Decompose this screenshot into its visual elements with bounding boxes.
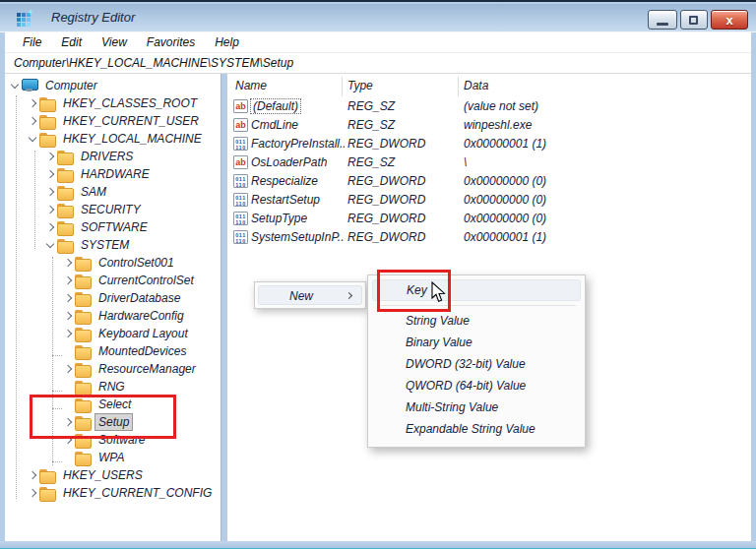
submenu-item-string-value[interactable]: String Value bbox=[372, 310, 581, 332]
context-menu-item-new[interactable]: New bbox=[258, 285, 362, 305]
titlebar[interactable]: Registry Editor x bbox=[0, 4, 756, 32]
submenu-item-multi-string-value[interactable]: Multi-String Value bbox=[372, 396, 581, 418]
cursor-icon bbox=[430, 281, 447, 304]
value-type: REG_DWORD bbox=[347, 137, 425, 151]
tree-expand-icon[interactable] bbox=[26, 468, 39, 482]
registry-value-row-factorypreinstall[interactable]: 011110 FactoryPreInstall... REG_DWORD 0x… bbox=[227, 135, 752, 153]
tree-item-hkey-classes-root[interactable]: HKEY_CLASSES_ROOT bbox=[5, 94, 221, 112]
tree-expand-icon[interactable] bbox=[43, 220, 57, 234]
value-type: REG_DWORD bbox=[347, 174, 425, 188]
tree-item-label: ResourceManager bbox=[94, 360, 200, 378]
tree-item-software[interactable]: SOFTWARE bbox=[5, 218, 221, 236]
value-data: 0x00000000 (0) bbox=[464, 212, 546, 225]
tree-item-wpa[interactable]: WPA bbox=[5, 449, 221, 466]
tree-item-hkey-current-user[interactable]: HKEY_CURRENT_USER bbox=[5, 112, 221, 130]
value-data: 0x00000000 (0) bbox=[464, 193, 546, 207]
folder-icon bbox=[57, 186, 73, 199]
folder-icon bbox=[75, 274, 91, 287]
tree-item-drivers[interactable]: DRIVERS bbox=[5, 148, 221, 165]
tree-expand-icon[interactable] bbox=[61, 380, 75, 394]
tree-item-resourcemanager[interactable]: ResourceManager bbox=[5, 360, 221, 378]
column-divider[interactable] bbox=[342, 77, 343, 96]
tree-item-rng[interactable]: RNG bbox=[5, 378, 221, 396]
tree-expand-icon[interactable] bbox=[61, 291, 75, 305]
tree-item-label: SECURITY bbox=[77, 201, 145, 218]
folder-icon bbox=[75, 310, 91, 323]
tree-item-label: MountedDevices bbox=[94, 342, 190, 360]
submenu-item-expandable-string-value[interactable]: Expandable String Value bbox=[372, 418, 581, 440]
tree-expand-icon[interactable] bbox=[26, 486, 39, 500]
value-name: SetupType bbox=[251, 212, 307, 225]
tree-expand-icon[interactable] bbox=[43, 167, 57, 181]
close-button[interactable]: x bbox=[711, 10, 748, 30]
tree-expand-icon[interactable] bbox=[61, 327, 75, 340]
value-type: REG_SZ bbox=[347, 99, 395, 113]
tree-item-hardwareconfig[interactable]: HardwareConfig bbox=[5, 307, 221, 325]
column-header-name[interactable]: Name bbox=[235, 79, 267, 92]
minimize-button[interactable] bbox=[648, 10, 677, 30]
addressbar[interactable]: Computer\HKEY_LOCAL_MACHINE\SYSTEM\Setup bbox=[5, 53, 751, 74]
tree-item-label: ControlSet001 bbox=[94, 254, 178, 272]
registry-value-row-respecialize[interactable]: 011110 Respecialize REG_DWORD 0x00000000… bbox=[227, 172, 752, 191]
column-divider[interactable] bbox=[458, 77, 459, 96]
tree-expand-icon[interactable] bbox=[26, 96, 39, 110]
annotation-box-setup-key bbox=[30, 395, 176, 439]
tree-item-currentcontrolset[interactable]: CurrentControlSet bbox=[5, 272, 221, 289]
tree-item-sam[interactable]: SAM bbox=[5, 183, 221, 201]
tree-expand-icon[interactable] bbox=[43, 185, 57, 199]
tree-item-computer[interactable]: Computer bbox=[5, 77, 221, 94]
value-name: Respecialize bbox=[251, 174, 318, 188]
tree-expand-icon[interactable] bbox=[61, 274, 75, 287]
folder-icon bbox=[39, 469, 55, 482]
tree-expand-icon[interactable] bbox=[61, 344, 75, 358]
registry-value-row-osloaderpath[interactable]: ab OsLoaderPath REG_SZ \ bbox=[227, 153, 752, 172]
tree-item-label: Keyboard Layout bbox=[94, 325, 192, 342]
menu-view[interactable]: View bbox=[92, 33, 137, 51]
folder-icon bbox=[39, 115, 55, 128]
tree-expand-icon[interactable] bbox=[26, 132, 39, 146]
registry-value-row-restartsetup[interactable]: 011110 RestartSetup REG_DWORD 0x00000000… bbox=[227, 191, 752, 210]
value-data: 0x00000000 (0) bbox=[464, 174, 546, 188]
submenu-item-dword-32-bit-value[interactable]: DWORD (32-bit) Value bbox=[372, 353, 581, 375]
context-menu-new-label: New bbox=[289, 289, 313, 303]
tree-expand-icon[interactable] bbox=[61, 451, 75, 464]
menu-file[interactable]: File bbox=[13, 33, 51, 51]
string-value-icon: ab bbox=[233, 118, 248, 132]
menu-help[interactable]: Help bbox=[205, 33, 249, 51]
menu-favorites[interactable]: Favorites bbox=[137, 33, 205, 51]
column-header-type[interactable]: Type bbox=[347, 79, 373, 92]
tree-expand-icon[interactable] bbox=[61, 309, 75, 323]
tree-item-system[interactable]: SYSTEM bbox=[5, 236, 221, 254]
tree-item-mounteddevices[interactable]: MountedDevices bbox=[5, 342, 221, 360]
tree-item-hardware[interactable]: HARDWARE bbox=[5, 165, 221, 183]
registry-editor-window: Registry Editor x File Edit View Favorit… bbox=[0, 0, 756, 549]
tree-expand-icon[interactable] bbox=[43, 203, 57, 216]
tree-item-label: SYSTEM bbox=[77, 236, 133, 254]
tree-expand-icon[interactable] bbox=[8, 79, 22, 92]
regedit-app-icon bbox=[16, 9, 33, 27]
registry-value-row-systemsetupinp[interactable]: 011110 SystemSetupInP... REG_DWORD 0x000… bbox=[227, 228, 752, 247]
folder-icon bbox=[39, 487, 55, 500]
tree-item-controlset001[interactable]: ControlSet001 bbox=[5, 254, 221, 272]
tree-expand-icon[interactable] bbox=[61, 256, 75, 270]
tree-item-keyboard-layout[interactable]: Keyboard Layout bbox=[5, 325, 221, 342]
tree-item-hkey-users[interactable]: HKEY_USERS bbox=[5, 466, 221, 484]
tree-expand-icon[interactable] bbox=[43, 150, 57, 163]
column-header-data[interactable]: Data bbox=[464, 79, 488, 92]
tree-item-hkey-local-machine[interactable]: HKEY_LOCAL_MACHINE bbox=[5, 130, 221, 148]
submenu-item-qword-64-bit-value[interactable]: QWORD (64-bit) Value bbox=[372, 375, 581, 396]
tree-expand-icon[interactable] bbox=[43, 238, 57, 252]
tree-item-hkey-current-config[interactable]: HKEY_CURRENT_CONFIG bbox=[5, 484, 221, 502]
tree-item-driverdatabase[interactable]: DriverDatabase bbox=[5, 289, 221, 307]
tree-expand-icon[interactable] bbox=[26, 114, 39, 128]
tree-expand-icon[interactable] bbox=[61, 362, 75, 376]
tree-item-security[interactable]: SECURITY bbox=[5, 201, 221, 218]
dword-value-icon: 011110 bbox=[233, 230, 248, 244]
registry-value-row-setuptype[interactable]: 011110 SetupType REG_DWORD 0x00000000 (0… bbox=[227, 210, 752, 228]
folder-icon bbox=[75, 381, 91, 394]
maximize-button[interactable] bbox=[680, 10, 708, 30]
registry-value-row-default[interactable]: ab (Default) REG_SZ (value not set) bbox=[227, 97, 752, 116]
menu-edit[interactable]: Edit bbox=[51, 33, 92, 51]
registry-value-row-cmdline[interactable]: ab CmdLine REG_SZ winpeshl.exe bbox=[227, 116, 752, 135]
submenu-item-binary-value[interactable]: Binary Value bbox=[372, 332, 581, 353]
